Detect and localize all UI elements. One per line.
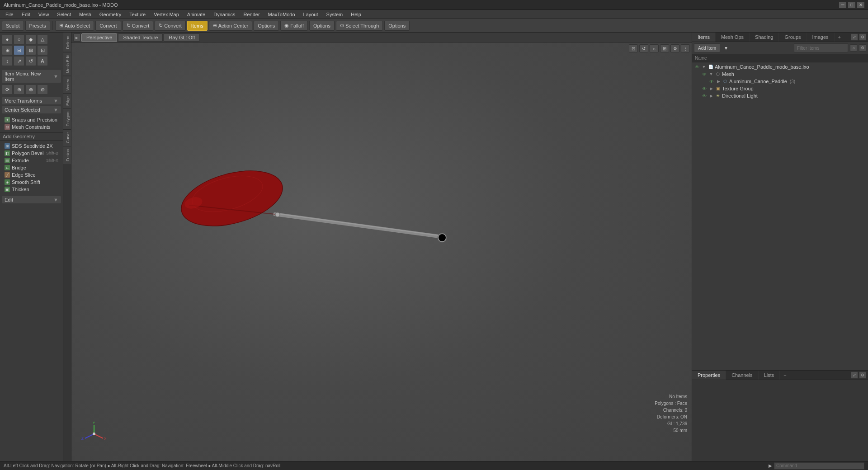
x-grid-btn[interactable]: ⊠ (25, 45, 36, 55)
tree-mesh-item[interactable]: 👁 ▼ ⬡ Mesh (692, 70, 868, 78)
tab-ray[interactable]: Ray GL: Off (164, 33, 200, 42)
mesh-edit-tab[interactable]: Mesh Edit (63, 52, 71, 76)
falloff-button[interactable]: ◉ Falloff (280, 21, 308, 31)
tab-properties[interactable]: Properties (692, 371, 726, 380)
transform-1-btn[interactable]: ⟳ (2, 85, 13, 94)
viewport-ctrl-search[interactable]: ⌕ (650, 44, 659, 52)
add-tab-button[interactable]: + (835, 33, 844, 42)
deform-tab[interactable]: Deform (63, 33, 71, 52)
sculpt-button[interactable]: Sculpt (2, 21, 24, 31)
options3-button[interactable]: Options (384, 21, 410, 31)
filter-items-input[interactable] (794, 43, 848, 52)
vertex-tab[interactable]: Vertex (63, 76, 71, 94)
edit-dropdown[interactable]: Edit ▼ (2, 196, 61, 203)
tree-texture-item[interactable]: 👁 ▶ ▣ Texture Group (692, 85, 868, 92)
menu-geometry[interactable]: Geometry (96, 11, 125, 18)
menu-render[interactable]: Render (240, 11, 264, 18)
triangle-tool-btn[interactable]: △ (37, 34, 48, 44)
close-button[interactable]: ✕ (857, 2, 864, 8)
edge-tab[interactable]: Edge (63, 93, 71, 108)
ring-tool-btn[interactable]: ○ (14, 34, 24, 44)
menu-texture[interactable]: Texture (126, 11, 149, 18)
polygon-tab[interactable]: Polygon (63, 108, 71, 129)
tab-mesh-ops[interactable]: Mesh Ops (716, 33, 750, 42)
transform-2-btn[interactable]: ⊕ (14, 85, 24, 94)
menu-help[interactable]: Help (347, 11, 365, 18)
viewport-ctrl-fit[interactable]: ⊞ (660, 44, 669, 52)
minus-grid-btn[interactable]: ⊟ (14, 45, 24, 55)
eye-icon-root[interactable]: 👁 (694, 64, 700, 70)
items-settings-btn[interactable]: ⚙ (859, 44, 866, 52)
tab-images[interactable]: Images (807, 33, 835, 42)
transform-3-btn[interactable]: ⊗ (25, 85, 36, 94)
tree-root-item[interactable]: 👁 ▼ 📄 Aluminum_Canoe_Paddle_modo_base.lx… (692, 63, 868, 70)
tab-perspective[interactable]: Perspective (81, 33, 117, 42)
expand-paddle[interactable]: ▶ (716, 79, 721, 84)
menu-select[interactable]: Select (53, 11, 75, 18)
transform-4-btn[interactable]: ⊘ (37, 85, 48, 94)
menu-system[interactable]: System (323, 11, 347, 18)
add-bottom-tab[interactable]: + (780, 371, 790, 380)
menu-edit[interactable]: Edit (18, 11, 34, 18)
items-button[interactable]: Items (187, 21, 208, 31)
convert1-button[interactable]: Convert (95, 21, 121, 31)
sds-subdivide-item[interactable]: ⊞ SDS Subdivide 2X (2, 142, 61, 150)
tab-channels[interactable]: Channels (726, 371, 758, 380)
minimize-button[interactable]: ─ (839, 2, 846, 8)
panel-ctrl-expand[interactable]: ⤢ (851, 33, 858, 41)
menu-layout[interactable]: Layout (300, 11, 322, 18)
eye-icon-paddle[interactable]: 👁 (708, 79, 715, 84)
bridge-item[interactable]: ⊏ Bridge (2, 164, 61, 171)
menu-dynamics[interactable]: Dynamics (210, 11, 239, 18)
eye-icon-mesh[interactable]: 👁 (701, 71, 708, 77)
eye-icon-light[interactable]: 👁 (701, 93, 708, 99)
menu-animate[interactable]: Animate (184, 11, 209, 18)
dot-grid-btn[interactable]: ⊡ (37, 45, 48, 55)
smooth-shift-item[interactable]: ◈ Smooth Shift (2, 179, 61, 186)
maximize-button[interactable]: □ (848, 2, 855, 8)
filter-items-search-btn[interactable]: ⌕ (850, 44, 857, 52)
add-item-button[interactable]: Add Item (694, 43, 720, 52)
auto-select-button[interactable]: ⊞ Auto Select (55, 21, 94, 31)
expand-light[interactable]: ▶ (708, 93, 714, 99)
fusion-tab[interactable]: Fusion (63, 146, 71, 164)
expand-root[interactable]: ▼ (701, 64, 707, 70)
select-through-button[interactable]: ⊙ Select Through (336, 21, 383, 31)
tab-groups[interactable]: Groups (779, 33, 807, 42)
menu-maxtomodo[interactable]: MaxToModo (264, 11, 299, 18)
convert2-button[interactable]: ↻ Convert (123, 21, 154, 31)
text-tool-btn[interactable]: A (37, 56, 48, 66)
bottom-ctrl-settings[interactable]: ⚙ (859, 371, 866, 379)
command-input[interactable] (774, 462, 864, 470)
arrow-tool-btn[interactable]: ↗ (14, 56, 24, 66)
menu-file[interactable]: File (2, 11, 17, 18)
item-menu-dropdown[interactable]: Item Menu: New Item ▼ (2, 70, 61, 83)
viewport-canvas[interactable]: X Y Z ⊡ ↺ ⌕ ⊞ ⚙ ⋮ No Items (71, 42, 692, 461)
rotate-tool-btn[interactable]: ↺ (25, 56, 36, 66)
menu-view[interactable]: View (35, 11, 53, 18)
snaps-precision-item[interactable]: ✦ Snaps and Precision (2, 116, 61, 123)
tab-shading[interactable]: Shading (750, 33, 779, 42)
curve-tab[interactable]: Curve (63, 129, 71, 146)
action-center-button[interactable]: ⊕ Action Center (209, 21, 253, 31)
center-selected-dropdown[interactable]: Center Selected ▼ (2, 106, 61, 113)
tab-items[interactable]: Items (692, 33, 716, 42)
edge-slice-item[interactable]: ╱ Edge Slice (2, 171, 61, 179)
tree-paddle-item[interactable]: 👁 ▶ ⬡ Aluminum_Canoe_Paddle (3) (692, 78, 868, 85)
presets-button[interactable]: Presets (25, 21, 50, 31)
viewport-ctrl-more[interactable]: ⋮ (681, 44, 690, 52)
bottom-ctrl-expand[interactable]: ⤢ (851, 371, 858, 379)
mesh-constraints-item[interactable]: ⊡ Mesh Constraints (2, 123, 61, 131)
circle-tool-btn[interactable]: ● (2, 34, 13, 44)
diamond-tool-btn[interactable]: ◆ (25, 34, 36, 44)
tree-light-item[interactable]: 👁 ▶ ☀ Directional Light (692, 92, 868, 99)
viewport-ctrl-1[interactable]: ⊡ (629, 44, 638, 52)
options1-button[interactable]: Options (254, 21, 279, 31)
convert3-button[interactable]: ↻ Convert (155, 21, 186, 31)
thicken-item[interactable]: ▣ Thicken (2, 186, 61, 193)
tab-shaded[interactable]: Shaded Texture (118, 33, 163, 42)
more-transforms-dropdown[interactable]: More Transforms ▼ (2, 97, 61, 104)
viewport-ctrl-settings[interactable]: ⚙ (670, 44, 679, 52)
expand-mesh[interactable]: ▼ (708, 71, 714, 77)
resize-tool-btn[interactable]: ↕ (2, 56, 13, 66)
